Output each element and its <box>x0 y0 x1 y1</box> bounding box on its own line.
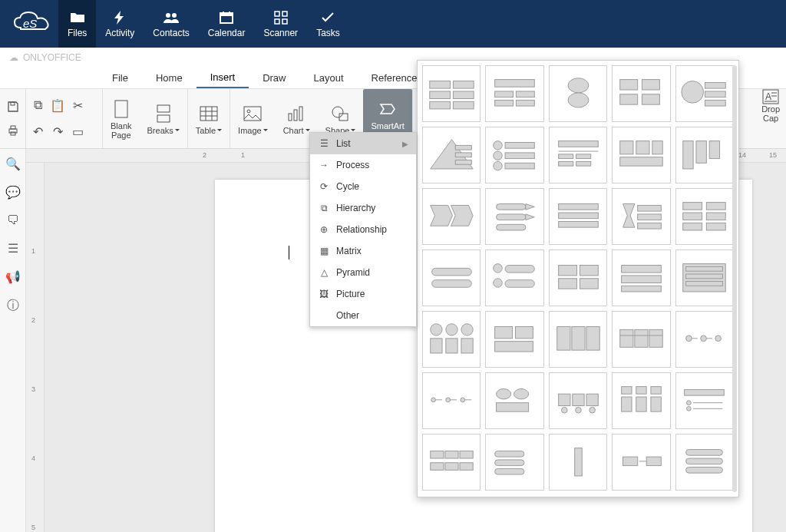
smartart-thumb[interactable] <box>675 127 734 183</box>
svg-point-120 <box>461 324 473 335</box>
smartart-cat-other[interactable]: Other <box>310 305 416 326</box>
nav-scanner[interactable]: Scanner <box>254 0 307 48</box>
svg-point-161 <box>687 407 692 411</box>
smartart-thumb[interactable] <box>675 434 734 491</box>
image-button[interactable]: Image <box>230 89 276 148</box>
svg-point-134 <box>701 335 707 342</box>
smartart-thumb[interactable] <box>549 249 607 306</box>
smartart-thumb[interactable] <box>612 188 670 245</box>
search-icon[interactable]: 🔍 <box>5 157 21 171</box>
smartart-cat-process[interactable]: →Process <box>310 154 416 176</box>
redo-icon[interactable]: ↷ <box>49 124 66 140</box>
svg-point-142 <box>461 398 465 402</box>
smartart-cat-cycle[interactable]: ⟳Cycle <box>310 176 416 197</box>
select-icon[interactable]: ▭ <box>69 124 86 140</box>
nav-tasks[interactable]: Tasks <box>307 0 349 48</box>
smartart-cat-relationship[interactable]: ⊕Relationship <box>310 219 416 240</box>
svg-rect-127 <box>586 327 599 351</box>
table-button[interactable]: Table <box>188 89 230 148</box>
copy-icon[interactable]: ⧉ <box>29 97 46 114</box>
svg-rect-164 <box>445 451 458 459</box>
tab-draw[interactable]: Draw <box>249 68 299 88</box>
svg-rect-55 <box>705 101 726 107</box>
cut-icon[interactable]: ✂ <box>69 97 86 114</box>
smartart-thumb[interactable] <box>612 372 670 429</box>
smartart-thumb[interactable] <box>422 65 481 122</box>
smartart-thumb[interactable] <box>612 311 670 368</box>
smartart-thumb[interactable] <box>675 372 734 429</box>
svg-rect-170 <box>495 460 524 466</box>
info-icon[interactable]: ⓘ <box>7 298 19 314</box>
smartart-cat-list[interactable]: ☰List▶ <box>310 133 416 154</box>
paste-icon[interactable]: 📋 <box>49 97 66 114</box>
blank-page-button[interactable]: Blank Page <box>103 89 140 148</box>
smartart-thumb[interactable] <box>485 249 543 306</box>
svg-rect-99 <box>431 269 471 276</box>
svg-rect-49 <box>642 80 659 90</box>
smartart-thumb[interactable] <box>549 65 607 122</box>
svg-rect-176 <box>686 450 723 456</box>
dropcap-button[interactable]: A Drop Cap <box>761 89 780 123</box>
breaks-button[interactable]: Breaks <box>140 89 187 148</box>
svg-text:eS: eS <box>23 17 37 30</box>
smartart-thumb[interactable] <box>675 65 734 122</box>
smartart-cat-pyramid[interactable]: △Pyramid <box>310 262 416 283</box>
cycle-icon: ⟳ <box>318 180 330 193</box>
print-icon[interactable] <box>5 122 21 139</box>
smartart-cat-picture[interactable]: 🖼Picture <box>310 283 416 305</box>
outline-icon[interactable]: ☰ <box>8 241 18 256</box>
svg-rect-75 <box>620 157 662 166</box>
svg-rect-45 <box>516 101 534 107</box>
smartart-thumb[interactable] <box>549 372 607 429</box>
smartart-thumb[interactable] <box>422 372 481 429</box>
smartart-thumb[interactable] <box>485 434 543 491</box>
smartart-thumb[interactable] <box>675 249 734 306</box>
feedback-icon[interactable]: 📢 <box>5 269 21 284</box>
smartart-cat-matrix[interactable]: ▦Matrix <box>310 240 416 262</box>
svg-rect-61 <box>505 143 534 149</box>
smartart-thumb[interactable] <box>485 127 543 183</box>
smartart-cat-hierarchy[interactable]: ⧉Hierarchy <box>310 197 416 219</box>
smartart-thumb[interactable] <box>422 188 481 245</box>
smartart-thumb[interactable] <box>612 65 670 122</box>
nav-calendar[interactable]: Calendar <box>199 0 255 48</box>
save-icon[interactable] <box>5 98 21 115</box>
smartart-thumb[interactable] <box>612 434 670 491</box>
smartart-thumb[interactable] <box>422 127 481 183</box>
tab-layout[interactable]: Layout <box>300 68 358 88</box>
smartart-thumb[interactable] <box>485 188 543 245</box>
smartart-thumb[interactable] <box>485 65 543 122</box>
comments-panel-icon[interactable]: 💬 <box>5 185 21 200</box>
smartart-thumb[interactable] <box>422 311 481 368</box>
smartart-thumb[interactable] <box>549 188 607 245</box>
nav-contacts[interactable]: Contacts <box>144 0 198 48</box>
smartart-thumb[interactable] <box>485 311 543 368</box>
qr-icon <box>274 9 288 26</box>
smartart-thumb[interactable] <box>485 372 543 429</box>
svg-rect-59 <box>455 160 471 165</box>
smartart-thumb[interactable] <box>549 127 607 183</box>
svg-rect-129 <box>635 330 648 348</box>
smartart-thumb[interactable] <box>675 311 734 368</box>
smartart-thumb[interactable] <box>549 434 607 491</box>
smartart-thumb[interactable] <box>549 311 607 368</box>
nav-files[interactable]: Files <box>58 0 96 48</box>
smartart-thumb[interactable] <box>422 434 481 491</box>
svg-rect-128 <box>620 330 633 348</box>
tab-file[interactable]: File <box>98 68 142 88</box>
svg-rect-70 <box>558 162 573 167</box>
smartart-thumb[interactable] <box>675 188 734 245</box>
tab-insert[interactable]: Insert <box>196 68 249 88</box>
chat-icon[interactable]: 🗨 <box>7 213 19 227</box>
svg-rect-9 <box>275 19 279 24</box>
smartart-thumb[interactable] <box>612 249 670 306</box>
vertical-ruler[interactable]: 1 2 3 4 5 <box>26 163 45 532</box>
nav-activity[interactable]: Activity <box>96 0 144 48</box>
tab-home[interactable]: Home <box>142 68 196 88</box>
smartart-thumb[interactable] <box>612 127 670 183</box>
svg-rect-98 <box>707 223 726 231</box>
svg-rect-6 <box>229 12 230 15</box>
smartart-thumb[interactable] <box>422 249 481 306</box>
svg-rect-113 <box>686 267 723 272</box>
undo-icon[interactable]: ↶ <box>29 124 46 140</box>
